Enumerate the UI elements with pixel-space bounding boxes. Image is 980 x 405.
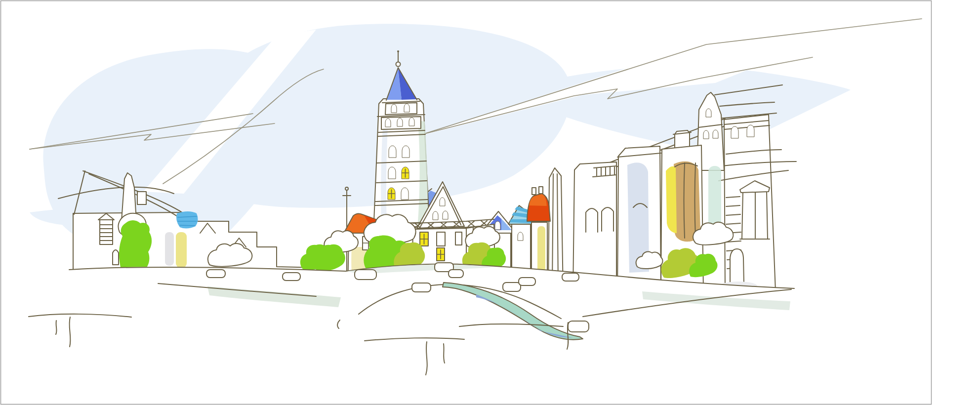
roof-finial xyxy=(532,188,536,195)
tan-doorway xyxy=(674,162,700,242)
colonnade-building xyxy=(573,162,616,291)
paving-stone xyxy=(355,270,376,280)
belfry-upper-tier xyxy=(385,103,417,115)
arched-window xyxy=(713,130,718,138)
attic-window xyxy=(433,211,438,220)
gray-wall-stripe xyxy=(165,232,174,266)
aqua-wall-shade xyxy=(708,166,721,231)
arched-window xyxy=(703,130,709,139)
arched-window xyxy=(401,188,408,200)
belfry-arch xyxy=(397,118,403,126)
left-chimney xyxy=(137,192,146,204)
arched-window xyxy=(389,146,396,158)
window xyxy=(455,232,462,245)
belfry-arch xyxy=(404,104,409,112)
arched-window xyxy=(402,146,409,158)
roof-finial xyxy=(539,187,543,194)
attic-window xyxy=(443,211,448,219)
belfry-arch xyxy=(391,104,397,113)
town-sketch-svg xyxy=(0,0,980,405)
yellow-wall-stripe xyxy=(537,226,545,274)
paving-stone xyxy=(562,273,579,281)
belfry-arch xyxy=(385,119,391,127)
arched-stone xyxy=(730,249,744,284)
paving-stone xyxy=(519,278,535,285)
arched-window xyxy=(495,221,500,230)
arched-window xyxy=(388,167,396,179)
arched-window xyxy=(706,109,711,117)
paving-stone xyxy=(283,273,300,281)
window xyxy=(437,232,445,246)
paving-stone xyxy=(449,270,463,278)
spire-ball xyxy=(396,62,401,67)
paving-stone xyxy=(568,321,589,332)
attic-window xyxy=(440,198,445,206)
spire-tip xyxy=(397,50,399,52)
ground-drip xyxy=(56,321,57,334)
tree-green xyxy=(119,220,152,271)
arched-door xyxy=(113,250,119,265)
arched-window xyxy=(747,125,754,137)
paving-stone xyxy=(412,283,431,292)
yellow-wall-stripe xyxy=(176,232,187,268)
paving-stone xyxy=(503,283,521,291)
red-dome-roof-cap xyxy=(529,194,547,206)
arched-window xyxy=(731,126,738,138)
yellow-doorway xyxy=(666,166,677,233)
paving-stone xyxy=(206,270,225,278)
arched-window xyxy=(518,232,523,241)
belfry-arch xyxy=(409,118,414,126)
illustration-canvas xyxy=(0,0,980,405)
